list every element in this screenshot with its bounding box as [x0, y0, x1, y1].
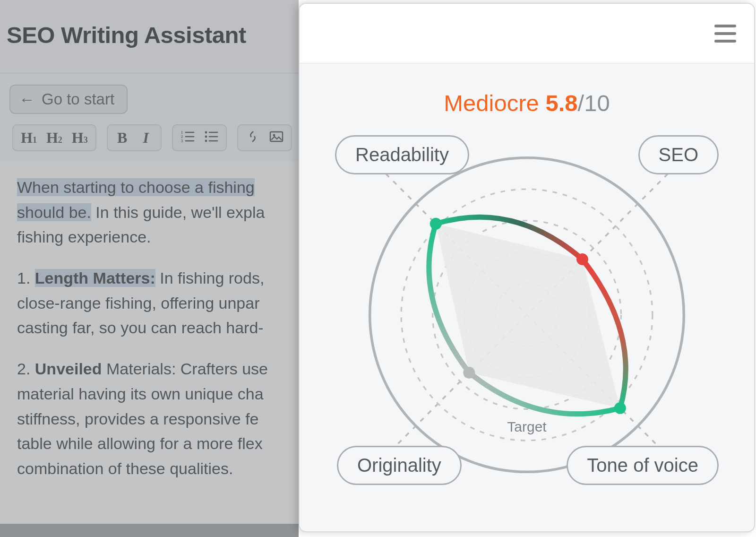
svg-text:1: 1 [181, 130, 183, 135]
svg-point-9 [205, 131, 207, 134]
score-label: Mediocre [444, 90, 545, 116]
bold-button[interactable]: B [112, 127, 133, 148]
score-value: 5.8 [545, 90, 577, 116]
menu-icon[interactable] [714, 25, 736, 43]
ordered-list-button[interactable]: 123 [177, 127, 198, 148]
insert-group [237, 124, 292, 151]
paragraph-intro: When starting to choose a fishing should… [17, 175, 282, 250]
editor-panel: SEO Writing Assistant ← Go to start H1 H… [0, 0, 299, 537]
paragraph-1: 1. Length Matters: In fishing rods, clos… [17, 266, 282, 340]
tone-point [614, 402, 626, 414]
originality-point [463, 367, 475, 379]
editor-header: SEO Writing Assistant [0, 0, 299, 73]
arrow-left-icon: ← [19, 91, 35, 107]
list-group: 123 [172, 124, 227, 151]
page-title: SEO Writing Assistant [7, 22, 292, 48]
unordered-list-button[interactable] [200, 127, 222, 148]
go-to-start-label: Go to start [42, 90, 114, 108]
seo-point [576, 253, 588, 265]
svg-point-13 [273, 134, 275, 137]
heading-group: H1 H2 H3 [12, 124, 96, 151]
h3-button[interactable]: H3 [68, 127, 92, 148]
svg-text:3: 3 [181, 139, 183, 143]
radar-chart: Readability SEO Originality Tone of voic… [333, 130, 721, 490]
svg-rect-12 [270, 132, 283, 141]
originality-pill[interactable]: Originality [337, 446, 462, 485]
italic-button[interactable]: I [135, 127, 157, 148]
readability-pill[interactable]: Readability [335, 135, 469, 174]
analysis-header [300, 4, 754, 63]
format-toolbar: H1 H2 H3 B I 123 [0, 114, 299, 162]
editor-content[interactable]: When starting to choose a fishing should… [0, 162, 299, 524]
seo-pill[interactable]: SEO [638, 135, 719, 174]
svg-point-10 [205, 136, 207, 138]
tone-of-voice-pill[interactable]: Tone of voice [567, 446, 719, 485]
h2-button[interactable]: H2 [43, 127, 66, 148]
overall-score: Mediocre 5.8/10 [300, 63, 754, 130]
score-max: /10 [578, 90, 610, 116]
paragraph-2: 2. Unveiled Materials: Crafters use mate… [17, 356, 282, 481]
style-group: B I [107, 124, 162, 151]
h1-button[interactable]: H1 [17, 127, 41, 148]
svg-text:2: 2 [181, 135, 183, 139]
readability-point [430, 218, 442, 230]
analysis-panel: Mediocre 5.8/10 [299, 3, 755, 532]
image-button[interactable] [266, 127, 287, 148]
link-button[interactable] [242, 127, 264, 148]
svg-point-11 [205, 140, 207, 142]
go-to-start-button[interactable]: ← Go to start [9, 85, 128, 114]
target-label: Target [503, 419, 550, 435]
